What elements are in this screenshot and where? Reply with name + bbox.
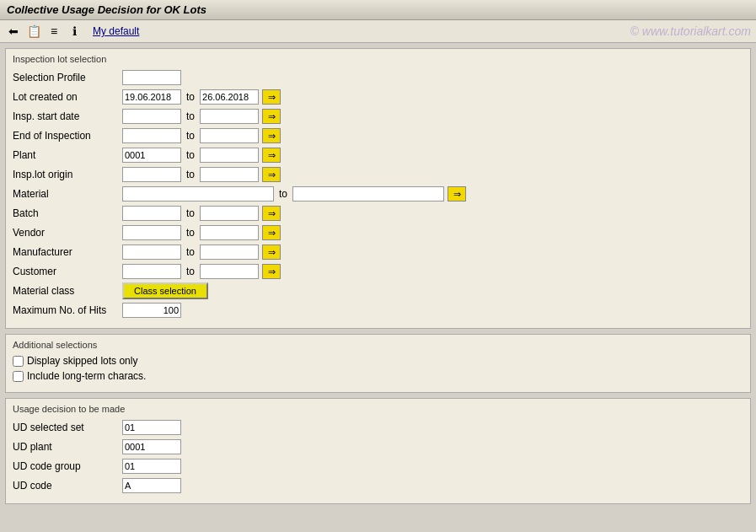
plant-row: Plant to ⇒: [13, 147, 743, 164]
customer-to-label: to: [186, 266, 195, 277]
max-hits-row: Maximum No. of Hits: [13, 302, 743, 319]
customer-row: Customer to ⇒: [13, 263, 743, 280]
manufacturer-to-input[interactable]: [200, 245, 259, 260]
menu-icon[interactable]: ≡: [46, 23, 62, 40]
insp-start-date-label: Insp. start date: [13, 110, 122, 122]
batch-label: Batch: [13, 207, 122, 219]
insp-lot-origin-to-input[interactable]: [200, 167, 259, 182]
plant-from-input[interactable]: [122, 148, 181, 163]
lot-created-arrow-btn[interactable]: ⇒: [262, 89, 281, 105]
insp-start-date-arrow-btn[interactable]: ⇒: [262, 109, 281, 124]
toolbar-label[interactable]: My default: [93, 25, 139, 37]
include-longterm-checkbox[interactable]: [13, 371, 24, 382]
customer-arrow-btn[interactable]: ⇒: [262, 264, 281, 279]
end-inspection-from-input[interactable]: [122, 128, 181, 143]
vendor-to-label: to: [186, 227, 195, 239]
end-inspection-to-label: to: [186, 130, 195, 142]
ud-plant-row: UD plant: [13, 438, 743, 455]
insp-lot-origin-arrow-btn[interactable]: ⇒: [262, 167, 281, 182]
plant-label: Plant: [13, 149, 122, 161]
usage-decision-title: Usage decision to be made: [13, 404, 743, 414]
insp-lot-origin-row: Insp.lot origin to ⇒: [13, 166, 743, 183]
watermark: © www.tutorialkart.com: [630, 24, 751, 38]
material-arrow-btn[interactable]: ⇒: [448, 186, 466, 202]
ud-code-group-label: UD code group: [13, 460, 122, 472]
selection-profile-label: Selection Profile: [13, 72, 122, 83]
insp-lot-origin-from-input[interactable]: [122, 167, 181, 182]
insp-start-date-to-label: to: [186, 110, 195, 122]
include-longterm-row: Include long-term characs.: [13, 370, 743, 382]
vendor-to-input[interactable]: [200, 225, 259, 240]
copy-icon[interactable]: 📋: [25, 23, 42, 40]
material-row: Material to ⇒: [13, 185, 743, 202]
display-skipped-label: Display skipped lots only: [27, 355, 137, 367]
ud-code-input[interactable]: [122, 478, 181, 493]
batch-from-input[interactable]: [122, 206, 181, 221]
max-hits-label: Maximum No. of Hits: [13, 304, 122, 316]
customer-label: Customer: [13, 266, 122, 277]
selection-profile-input[interactable]: [122, 70, 181, 85]
end-inspection-arrow-btn[interactable]: ⇒: [262, 128, 281, 143]
material-label: Material: [13, 188, 122, 200]
usage-decision-section: Usage decision to be made UD selected se…: [5, 398, 751, 504]
insp-lot-origin-to-label: to: [186, 169, 195, 180]
display-skipped-row: Display skipped lots only: [13, 355, 743, 367]
additional-selections-section: Additional selections Display skipped lo…: [5, 334, 751, 393]
max-hits-input[interactable]: [122, 303, 181, 318]
ud-selected-set-label: UD selected set: [13, 422, 122, 433]
material-to-label: to: [279, 188, 287, 200]
manufacturer-row: Manufacturer to ⇒: [13, 244, 743, 261]
batch-row: Batch to ⇒: [13, 205, 743, 222]
ud-plant-label: UD plant: [13, 441, 122, 453]
ud-selected-set-row: UD selected set: [13, 419, 743, 436]
ud-code-label: UD code: [13, 480, 122, 492]
ud-selected-set-input[interactable]: [122, 420, 181, 435]
insp-start-date-from-input[interactable]: [122, 109, 181, 124]
plant-to-input[interactable]: [200, 148, 259, 163]
insp-start-date-to-input[interactable]: [200, 109, 259, 124]
vendor-from-input[interactable]: [122, 225, 181, 240]
selection-profile-row: Selection Profile: [13, 69, 743, 86]
material-to-input[interactable]: [292, 186, 444, 202]
material-class-label: Material class: [13, 285, 122, 297]
vendor-label: Vendor: [13, 227, 122, 239]
title-bar: Collective Usage Decision for OK Lots: [0, 0, 756, 20]
ud-plant-input[interactable]: [122, 439, 181, 454]
inspection-lot-section: Inspection lot selection Selection Profi…: [5, 48, 751, 329]
lot-created-to-label: to: [186, 91, 195, 103]
ud-code-group-row: UD code group: [13, 458, 743, 475]
plant-arrow-btn[interactable]: ⇒: [262, 148, 281, 163]
manufacturer-to-label: to: [186, 246, 195, 258]
plant-to-label: to: [186, 149, 195, 161]
material-class-row: Material class Class selection: [13, 282, 743, 299]
manufacturer-label: Manufacturer: [13, 246, 122, 258]
lot-created-row: Lot created on to ⇒: [13, 89, 743, 105]
additional-selections-title: Additional selections: [13, 340, 743, 350]
batch-arrow-btn[interactable]: ⇒: [262, 206, 281, 221]
ud-code-row: UD code: [13, 477, 743, 494]
lot-created-from-input[interactable]: [122, 89, 181, 105]
ud-code-group-input[interactable]: [122, 459, 181, 474]
lot-created-label: Lot created on: [13, 91, 122, 103]
material-from-input[interactable]: [122, 186, 274, 202]
display-skipped-checkbox[interactable]: [13, 356, 24, 367]
manufacturer-from-input[interactable]: [122, 245, 181, 260]
end-inspection-label: End of Inspection: [13, 130, 122, 142]
end-inspection-to-input[interactable]: [200, 128, 259, 143]
lot-created-to-input[interactable]: [200, 89, 259, 105]
back-icon[interactable]: ⬅: [5, 23, 22, 40]
customer-to-input[interactable]: [200, 264, 259, 279]
include-longterm-label: Include long-term characs.: [27, 370, 146, 382]
batch-to-label: to: [186, 207, 195, 219]
toolbar: ⬅ 📋 ≡ ℹ My default © www.tutorialkart.co…: [0, 20, 756, 43]
manufacturer-arrow-btn[interactable]: ⇒: [262, 245, 281, 260]
insp-start-date-row: Insp. start date to ⇒: [13, 108, 743, 125]
customer-from-input[interactable]: [122, 264, 181, 279]
batch-to-input[interactable]: [200, 206, 259, 221]
vendor-row: Vendor to ⇒: [13, 224, 743, 241]
info-icon[interactable]: ℹ: [66, 23, 83, 40]
insp-lot-origin-label: Insp.lot origin: [13, 169, 122, 180]
vendor-arrow-btn[interactable]: ⇒: [262, 225, 281, 240]
end-inspection-row: End of Inspection to ⇒: [13, 127, 743, 144]
class-selection-button[interactable]: Class selection: [122, 282, 208, 299]
